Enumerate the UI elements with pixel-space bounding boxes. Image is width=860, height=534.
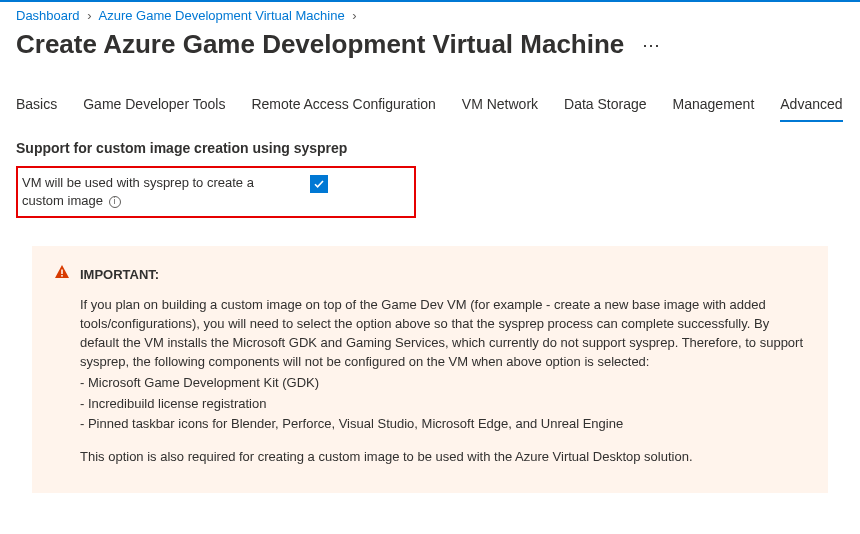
tab-management[interactable]: Management: [673, 96, 755, 122]
page-title: Create Azure Game Development Virtual Ma…: [16, 29, 624, 60]
tab-data-storage[interactable]: Data Storage: [564, 96, 647, 122]
tab-game-developer-tools[interactable]: Game Developer Tools: [83, 96, 225, 122]
page-header: Create Azure Game Development Virtual Ma…: [0, 25, 860, 80]
svg-rect-0: [61, 270, 63, 275]
sysprep-checkbox[interactable]: [310, 175, 328, 193]
breadcrumb-item-dashboard[interactable]: Dashboard: [16, 8, 80, 23]
important-title: IMPORTANT:: [80, 267, 159, 282]
important-bullet2: - Incredibuild license registration: [80, 395, 806, 414]
important-bullet3: - Pinned taskbar icons for Blender, Perf…: [80, 415, 806, 434]
tab-vm-network[interactable]: VM Network: [462, 96, 538, 122]
field-label-text: VM will be used with sysprep to create a…: [22, 175, 254, 208]
svg-rect-1: [61, 275, 63, 277]
important-para2: This option is also required for creatin…: [80, 448, 806, 467]
important-para1: If you plan on building a custom image o…: [80, 296, 806, 371]
sysprep-field-label: VM will be used with sysprep to create a…: [18, 174, 282, 210]
important-callout: IMPORTANT: If you plan on building a cus…: [32, 246, 828, 493]
important-body: If you plan on building a custom image o…: [54, 296, 806, 467]
tab-basics[interactable]: Basics: [16, 96, 57, 122]
breadcrumb-item-vm[interactable]: Azure Game Development Virtual Machine: [98, 8, 344, 23]
tabs: Basics Game Developer Tools Remote Acces…: [0, 80, 860, 122]
section-heading: Support for custom image creation using …: [16, 140, 844, 156]
info-icon[interactable]: i: [109, 196, 121, 208]
sysprep-field-highlight: VM will be used with sysprep to create a…: [16, 166, 416, 218]
chevron-right-icon: ›: [352, 8, 356, 23]
important-bullet1: - Microsoft Game Development Kit (GDK): [80, 374, 806, 393]
check-icon: [313, 178, 325, 190]
important-header: IMPORTANT:: [54, 264, 806, 284]
advanced-section: Support for custom image creation using …: [0, 122, 860, 493]
warning-icon: [54, 264, 70, 284]
tab-advanced[interactable]: Advanced: [780, 96, 842, 122]
tab-remote-access[interactable]: Remote Access Configuration: [251, 96, 435, 122]
more-actions-button[interactable]: ⋯: [642, 34, 661, 56]
chevron-right-icon: ›: [87, 8, 91, 23]
breadcrumb: Dashboard › Azure Game Development Virtu…: [0, 2, 860, 25]
